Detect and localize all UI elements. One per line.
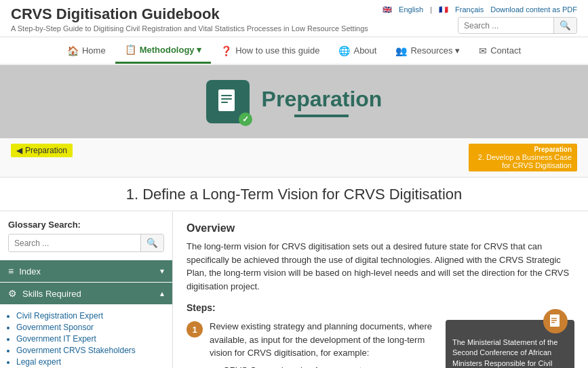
document-callout-icon	[548, 314, 563, 329]
glossary-search-button[interactable]: 🔍	[140, 234, 163, 251]
step-1-bullets: CRVS Comprehensive Assessment CRVS Strat…	[210, 364, 436, 369]
content-area: Glossary Search: 🔍 ≡ Index ⚙ Skills Requ…	[0, 211, 588, 368]
step-1-number: 1	[187, 321, 203, 338]
steps-area: 1 Review existing strategy and planning …	[187, 320, 574, 368]
breadcrumb-bar: ◀ Preparation Preparation 2. Develop a B…	[0, 138, 588, 178]
site-title: CRVS Digitisation Guidebook	[11, 5, 368, 23]
index-arrow	[160, 266, 164, 276]
skill-legal-link[interactable]: Legal expert	[16, 357, 61, 367]
people-icon: 👥	[395, 45, 407, 56]
skills-label: Skills Required	[22, 289, 81, 299]
flag-en: 🇬🇧	[383, 5, 392, 14]
site-subtitle: A Step-by-Step Guide to Digitising Civil…	[11, 24, 368, 33]
skill-item-it[interactable]: Government IT Expert	[16, 334, 164, 344]
svg-rect-3	[221, 102, 228, 103]
header-search-input[interactable]	[458, 18, 553, 33]
page-title: 1. Define a Long-Term Vision for CRVS Di…	[11, 186, 577, 210]
sidebar: Glossary Search: 🔍 ≡ Index ⚙ Skills Requ…	[0, 211, 173, 368]
skill-item-legal[interactable]: Legal expert	[16, 357, 164, 367]
nav-contact[interactable]: ✉ Contact	[469, 39, 530, 63]
hero-underline	[294, 115, 349, 117]
skill-item-civil[interactable]: Civil Registration Expert	[16, 311, 164, 321]
svg-rect-1	[221, 95, 232, 96]
page-title-bar: 1. Define a Long-Term Vision for CRVS Di…	[0, 178, 588, 211]
breadcrumb-arrow-left: ◀	[16, 146, 22, 155]
step-1-row: 1 Review existing strategy and planning …	[187, 320, 436, 368]
skill-civil-link[interactable]: Civil Registration Expert	[16, 311, 103, 321]
site-header: CRVS Digitisation Guidebook A Step-by-St…	[0, 0, 588, 37]
step-content: 1 Review existing strategy and planning …	[187, 320, 436, 368]
brand-area: CRVS Digitisation Guidebook A Step-by-St…	[11, 5, 368, 33]
svg-rect-6	[551, 320, 557, 321]
question-icon: ❓	[220, 45, 232, 56]
breadcrumb-left-label: Preparation	[25, 146, 67, 155]
header-search-button[interactable]: 🔍	[553, 18, 576, 33]
svg-rect-5	[551, 318, 557, 319]
header-search-bar[interactable]: 🔍	[458, 17, 577, 34]
breadcrumb-right-prefix: Preparation	[474, 146, 572, 153]
hero-title-area: Preparation	[262, 87, 383, 117]
download-pdf-label[interactable]: Download content as PDF	[490, 5, 577, 14]
lang-francais-link[interactable]: Français	[455, 5, 484, 14]
skill-sponsor-link[interactable]: Government Sponsor	[16, 323, 94, 332]
lang-bar: 🇬🇧 English | 🇫🇷 Français Download conten…	[383, 5, 577, 14]
svg-rect-2	[221, 98, 232, 100]
hero-banner: ✓ Preparation	[0, 65, 588, 138]
skill-item-crvs[interactable]: Government CRVS Stakeholders	[16, 346, 164, 355]
header-right: 🇬🇧 English | 🇫🇷 Français Download conten…	[383, 5, 577, 34]
breadcrumb-left[interactable]: ◀ Preparation	[11, 144, 73, 157]
hero-title: Preparation	[262, 87, 383, 112]
glossary-search[interactable]: 🔍	[8, 234, 164, 252]
sidebar-section-skills[interactable]: ⚙ Skills Required	[0, 283, 172, 304]
nav-methodology[interactable]: 📋 Methodology ▾	[115, 37, 212, 64]
skill-crvs-link[interactable]: Government CRVS Stakeholders	[16, 346, 136, 355]
home-icon: 🏠	[67, 45, 79, 56]
lang-english-link[interactable]: English	[399, 5, 423, 14]
hero-icon: ✓	[206, 80, 250, 123]
flag-fr: 🇫🇷	[439, 5, 448, 14]
skill-item-sponsor[interactable]: Government Sponsor	[16, 323, 164, 332]
breadcrumb-right-label: 2. Develop a Business Case for CRVS Digi…	[474, 153, 572, 169]
methodology-icon: 📋	[125, 44, 136, 55]
svg-rect-0	[218, 89, 235, 111]
main-nav: 🏠 Home 📋 Methodology ▾ ❓ How to use this…	[0, 37, 588, 65]
skills-icon: ⚙	[8, 288, 17, 299]
overview-title: Overview	[187, 222, 574, 234]
globe-icon: 🌐	[338, 45, 350, 56]
document-icon	[214, 88, 241, 115]
callout-icon	[543, 309, 568, 333]
overview-text: The long-term vision for CRVS digitisati…	[187, 240, 574, 293]
separator: |	[430, 5, 432, 14]
glossary-label: Glossary Search:	[0, 220, 172, 234]
check-badge: ✓	[239, 113, 252, 126]
glossary-search-input[interactable]	[9, 235, 140, 251]
steps-label: Steps:	[187, 302, 574, 313]
sidebar-section-index[interactable]: ≡ Index	[0, 260, 172, 282]
index-label: Index	[19, 266, 41, 277]
skills-list: Civil Registration Expert Government Spo…	[0, 305, 172, 368]
callout-box: The Ministerial Statement of the Second …	[446, 320, 574, 368]
callout-text: The Ministerial Statement of the Second …	[452, 338, 568, 368]
step-1-text: Review existing strategy and planning do…	[210, 320, 436, 368]
nav-resources[interactable]: 👥 Resources ▾	[386, 39, 469, 63]
bullet-crvs-assessment: CRVS Comprehensive Assessment	[223, 364, 436, 369]
skills-arrow	[160, 289, 164, 298]
envelope-icon: ✉	[479, 45, 487, 56]
step-1-text-content: Review existing strategy and planning do…	[210, 321, 432, 358]
main-content: Overview The long-term vision for CRVS d…	[173, 211, 588, 368]
breadcrumb-right[interactable]: Preparation 2. Develop a Business Case f…	[469, 144, 577, 171]
svg-rect-7	[551, 322, 555, 323]
nav-how-to-use[interactable]: ❓ How to use this guide	[211, 39, 329, 63]
index-icon: ≡	[8, 266, 14, 277]
nav-about[interactable]: 🌐 About	[329, 39, 386, 63]
nav-home[interactable]: 🏠 Home	[58, 39, 115, 63]
skill-it-link[interactable]: Government IT Expert	[16, 334, 96, 344]
